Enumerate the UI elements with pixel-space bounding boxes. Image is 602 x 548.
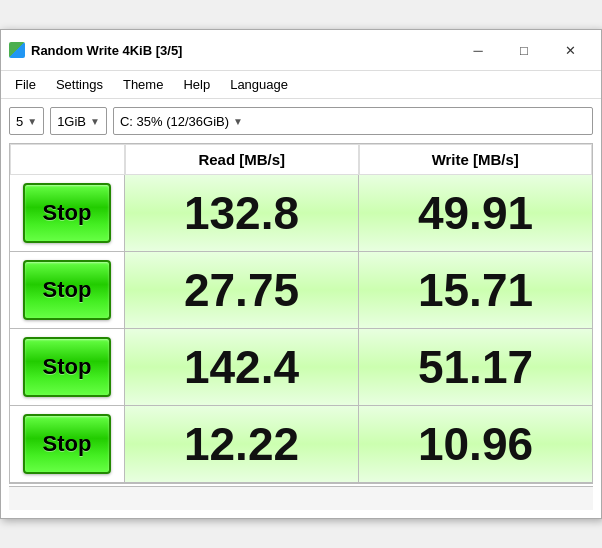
status-bar — [9, 486, 593, 510]
table-row: Stop 12.22 10.96 — [10, 406, 592, 483]
write-value-3: 10.96 — [359, 406, 592, 482]
table-row: Stop 132.8 49.91 — [10, 175, 592, 252]
menu-settings[interactable]: Settings — [46, 73, 113, 96]
stop-cell-0: Stop — [10, 175, 125, 251]
main-content: 5 ▼ 1GiB ▼ C: 35% (12/36GiB) ▼ Read [MB/… — [1, 99, 601, 518]
drive-dropdown[interactable]: C: 35% (12/36GiB) ▼ — [113, 107, 593, 135]
window-title: Random Write 4KiB [3/5] — [31, 43, 455, 58]
stop-cell-1: Stop — [10, 252, 125, 328]
menu-bar: File Settings Theme Help Language — [1, 71, 601, 99]
header-write: Write [MB/s] — [359, 144, 593, 175]
stop-button-0[interactable]: Stop — [23, 183, 111, 243]
queue-value: 5 — [16, 114, 23, 129]
header-row: Read [MB/s] Write [MB/s] — [10, 144, 592, 175]
write-value-2: 51.17 — [359, 329, 592, 405]
stop-cell-3: Stop — [10, 406, 125, 482]
close-button[interactable]: ✕ — [547, 36, 593, 64]
queue-arrow: ▼ — [27, 116, 37, 127]
queue-dropdown[interactable]: 5 ▼ — [9, 107, 44, 135]
table-row: Stop 27.75 15.71 — [10, 252, 592, 329]
stop-button-2[interactable]: Stop — [23, 337, 111, 397]
menu-language[interactable]: Language — [220, 73, 298, 96]
maximize-button[interactable]: □ — [501, 36, 547, 64]
read-value-0: 132.8 — [125, 175, 359, 251]
table-row: Stop 142.4 51.17 — [10, 329, 592, 406]
size-arrow: ▼ — [90, 116, 100, 127]
size-value: 1GiB — [57, 114, 86, 129]
menu-help[interactable]: Help — [173, 73, 220, 96]
title-bar: Random Write 4KiB [3/5] ─ □ ✕ — [1, 30, 601, 71]
read-value-1: 27.75 — [125, 252, 359, 328]
size-dropdown[interactable]: 1GiB ▼ — [50, 107, 107, 135]
window-controls: ─ □ ✕ — [455, 36, 593, 64]
rows-container: Stop 132.8 49.91 Stop 27.75 15.71 Stop 1… — [10, 175, 592, 483]
stop-button-3[interactable]: Stop — [23, 414, 111, 474]
header-empty — [10, 144, 125, 175]
minimize-button[interactable]: ─ — [455, 36, 501, 64]
app-icon — [9, 42, 25, 58]
read-value-3: 12.22 — [125, 406, 359, 482]
menu-file[interactable]: File — [5, 73, 46, 96]
data-grid: Read [MB/s] Write [MB/s] Stop 132.8 49.9… — [9, 143, 593, 484]
drive-arrow: ▼ — [233, 116, 243, 127]
controls-row: 5 ▼ 1GiB ▼ C: 35% (12/36GiB) ▼ — [9, 107, 593, 135]
write-value-0: 49.91 — [359, 175, 592, 251]
write-value-1: 15.71 — [359, 252, 592, 328]
drive-value: C: 35% (12/36GiB) — [120, 114, 229, 129]
stop-cell-2: Stop — [10, 329, 125, 405]
main-window: Random Write 4KiB [3/5] ─ □ ✕ File Setti… — [0, 29, 602, 519]
header-read: Read [MB/s] — [125, 144, 359, 175]
read-value-2: 142.4 — [125, 329, 359, 405]
stop-button-1[interactable]: Stop — [23, 260, 111, 320]
menu-theme[interactable]: Theme — [113, 73, 173, 96]
